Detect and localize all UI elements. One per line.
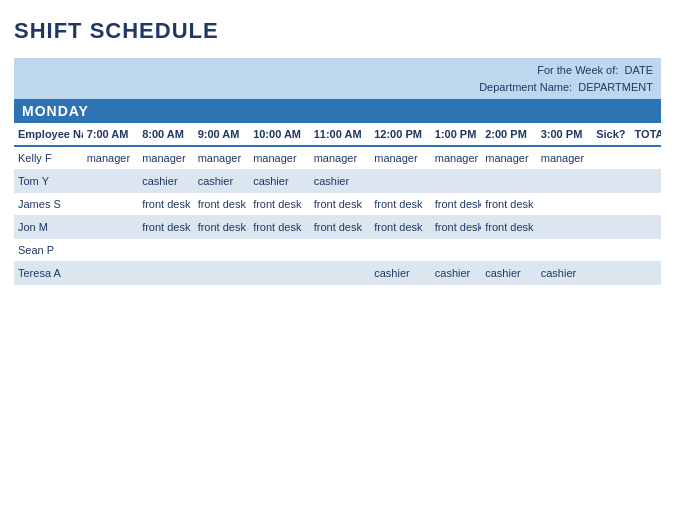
department-value: DEPARTMENT xyxy=(578,81,653,93)
employee-name: Jon M xyxy=(14,216,83,239)
cell-h800 xyxy=(138,262,194,285)
cell-h1000 xyxy=(249,239,310,262)
cell-h300 xyxy=(537,216,593,239)
cell-h900 xyxy=(194,239,250,262)
cell-h200 xyxy=(481,239,537,262)
cell-sick xyxy=(592,193,630,216)
cell-h700 xyxy=(83,216,139,239)
employee-name: Teresa A xyxy=(14,262,83,285)
cell-h300 xyxy=(537,239,593,262)
col-10am: 10:00 AM xyxy=(249,123,310,146)
cell-h200: front desk xyxy=(481,216,537,239)
cell-h200: front desk xyxy=(481,193,537,216)
cell-h1100: cashier xyxy=(310,170,371,193)
cell-h1000 xyxy=(249,262,310,285)
cell-h200: manager xyxy=(481,146,537,170)
cell-h1200: cashier xyxy=(370,262,431,285)
table-row: Jon Mfront deskfront deskfront deskfront… xyxy=(14,216,661,239)
cell-h300 xyxy=(537,193,593,216)
col-7am: 7:00 AM xyxy=(83,123,139,146)
cell-h100 xyxy=(431,239,481,262)
employee-name: Sean P xyxy=(14,239,83,262)
col-11am: 11:00 AM xyxy=(310,123,371,146)
day-label-bar: MONDAY xyxy=(14,99,661,123)
cell-h200 xyxy=(481,170,537,193)
cell-h700 xyxy=(83,193,139,216)
cell-total xyxy=(631,146,661,170)
week-info-bar: For the Week of: DATE Department Name: D… xyxy=(14,58,661,99)
col-8am: 8:00 AM xyxy=(138,123,194,146)
table-row: Teresa Acashiercashiercashiercashier xyxy=(14,262,661,285)
cell-h1000: front desk xyxy=(249,193,310,216)
cell-h300: cashier xyxy=(537,262,593,285)
cell-h800: front desk xyxy=(138,216,194,239)
cell-total xyxy=(631,193,661,216)
cell-h1100: front desk xyxy=(310,193,371,216)
cell-h900: manager xyxy=(194,146,250,170)
cell-h100: manager xyxy=(431,146,481,170)
cell-h800: manager xyxy=(138,146,194,170)
col-9am: 9:00 AM xyxy=(194,123,250,146)
cell-h900: front desk xyxy=(194,216,250,239)
col-12pm: 12:00 PM xyxy=(370,123,431,146)
cell-h700: manager xyxy=(83,146,139,170)
cell-h1000: manager xyxy=(249,146,310,170)
cell-h200: cashier xyxy=(481,262,537,285)
cell-h700 xyxy=(83,262,139,285)
schedule-table: Employee Name 7:00 AM 8:00 AM 9:00 AM 10… xyxy=(14,123,661,285)
cell-h1000: cashier xyxy=(249,170,310,193)
cell-h1100: front desk xyxy=(310,216,371,239)
table-row: Tom Ycashiercashiercashiercashier xyxy=(14,170,661,193)
table-row: Kelly Fmanagermanagermanagermanagermanag… xyxy=(14,146,661,170)
cell-total xyxy=(631,262,661,285)
cell-sick xyxy=(592,262,630,285)
cell-total xyxy=(631,170,661,193)
cell-h1100: manager xyxy=(310,146,371,170)
date-value: DATE xyxy=(624,64,653,76)
cell-h100 xyxy=(431,170,481,193)
employee-name: Kelly F xyxy=(14,146,83,170)
cell-h800: front desk xyxy=(138,193,194,216)
cell-h700 xyxy=(83,170,139,193)
cell-total xyxy=(631,216,661,239)
cell-sick xyxy=(592,239,630,262)
col-2pm: 2:00 PM xyxy=(481,123,537,146)
col-sick: Sick? xyxy=(592,123,630,146)
cell-total xyxy=(631,239,661,262)
cell-h1100 xyxy=(310,239,371,262)
cell-h900: front desk xyxy=(194,193,250,216)
employee-name: Tom Y xyxy=(14,170,83,193)
week-label: For the Week of: DATE xyxy=(537,62,653,79)
cell-h800: cashier xyxy=(138,170,194,193)
page-title: SHIFT SCHEDULE xyxy=(14,18,661,44)
day-label: MONDAY xyxy=(22,103,89,119)
col-total: TOTAL xyxy=(631,123,661,146)
cell-h300: manager xyxy=(537,146,593,170)
cell-h100: front desk xyxy=(431,216,481,239)
table-row: James Sfront deskfront deskfront deskfro… xyxy=(14,193,661,216)
cell-h1200: front desk xyxy=(370,193,431,216)
cell-sick xyxy=(592,170,630,193)
col-1pm: 1:00 PM xyxy=(431,123,481,146)
cell-h100: front desk xyxy=(431,193,481,216)
cell-h800 xyxy=(138,239,194,262)
cell-h1200 xyxy=(370,239,431,262)
cell-h300 xyxy=(537,170,593,193)
week-info-text: For the Week of: DATE Department Name: D… xyxy=(479,62,653,95)
cell-h1200 xyxy=(370,170,431,193)
table-row: Sean P xyxy=(14,239,661,262)
for-the-week-label: For the Week of: xyxy=(537,64,618,76)
col-3pm: 3:00 PM xyxy=(537,123,593,146)
department-name-label: Department Name: xyxy=(479,81,572,93)
cell-h700 xyxy=(83,239,139,262)
cell-h900 xyxy=(194,262,250,285)
cell-h900: cashier xyxy=(194,170,250,193)
employee-name: James S xyxy=(14,193,83,216)
table-header-row: Employee Name 7:00 AM 8:00 AM 9:00 AM 10… xyxy=(14,123,661,146)
cell-h1200: manager xyxy=(370,146,431,170)
department-label: Department Name: DEPARTMENT xyxy=(479,79,653,96)
cell-h100: cashier xyxy=(431,262,481,285)
cell-sick xyxy=(592,216,630,239)
cell-sick xyxy=(592,146,630,170)
col-employee-name: Employee Name xyxy=(14,123,83,146)
